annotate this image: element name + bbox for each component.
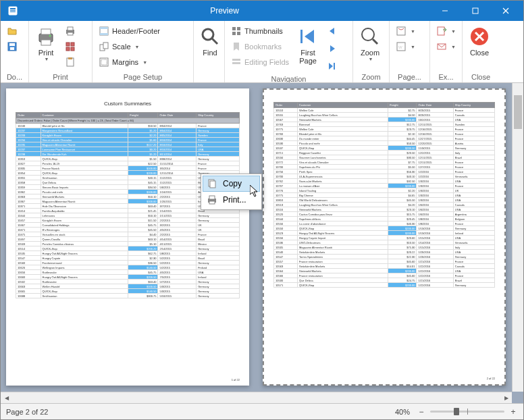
table-row: 10335France Nozick$100.003/5/2014France	[16, 166, 240, 171]
watermark-button[interactable]: W▼	[392, 39, 419, 54]
table-row: 10776Island Trading$2.201/3/2016UK	[274, 188, 495, 193]
horizontal-scrollbar[interactable]: ◀ ▶	[1, 392, 512, 403]
chevron-down-icon: ▼	[411, 29, 415, 34]
table-row: 10756Perth Spec$56.301/2/2016France	[274, 169, 495, 174]
scale-icon	[99, 41, 109, 52]
ribbon-group-zoom: Zoom ▼ Zoom	[353, 21, 390, 82]
zoom-in-button[interactable]: +	[508, 407, 518, 417]
ribbon: Do... Print ▼ Print Header/Footer Scale▼…	[1, 21, 523, 83]
zoom-button[interactable]: Zoom ▼	[356, 24, 384, 63]
scrollbar-thumb[interactable]	[514, 95, 522, 129]
svg-rect-35	[232, 32, 236, 35]
folder-open-icon	[7, 26, 18, 36]
print-button[interactable]: Print ▼	[32, 24, 60, 63]
table-row: 10467Consolidated Holdings$45.753/2/2015…	[16, 223, 240, 228]
context-copy[interactable]: Copy	[203, 176, 260, 192]
minimize-button[interactable]	[429, 1, 460, 21]
table-row: 10505Magazzini Alimentari Riuniti$75.301…	[274, 245, 495, 250]
svg-rect-28	[103, 43, 108, 49]
first-page-icon	[297, 26, 319, 47]
page-2[interactable]: OrderCustomerFreightOrder DateShip Count…	[263, 88, 506, 386]
close-window-button[interactable]	[490, 1, 521, 21]
scroll-right-arrow[interactable]: ▶	[500, 392, 512, 404]
app-icon	[6, 4, 20, 18]
table-row: 10707La maison d'Asie$200.001/3/2016Fran…	[274, 184, 495, 188]
table-row: 10626Wellington Imports$140.505/2/2015Fi…	[16, 265, 240, 270]
svg-rect-3	[10, 11, 16, 12]
paint-icon	[396, 26, 407, 36]
email-icon	[436, 41, 447, 52]
preview-viewport[interactable]: Custom Summaries OrderCustomerFreightOrd…	[6, 88, 511, 391]
table-row: 10503Pericles Comidas clásicas$5.104/11/…	[16, 242, 240, 246]
table-row: 10665QUICK-Stop$140.505/3/2015Germany	[16, 289, 240, 294]
print-options-button[interactable]	[61, 39, 79, 54]
vertical-scrollbar[interactable]	[512, 83, 523, 392]
zoom-handle[interactable]	[454, 408, 459, 415]
quick-print-button[interactable]	[61, 24, 79, 38]
table-row: 10563Seitzkörnlein Markets$14.011/22/201…	[274, 264, 495, 269]
window-controls	[429, 1, 521, 21]
find-button[interactable]: Find	[196, 24, 224, 59]
svg-rect-19	[71, 43, 74, 46]
bookmarks-button[interactable]: Bookmarks	[228, 39, 292, 54]
chevron-down-icon: ▼	[451, 29, 456, 34]
ribbon-group-find: Find	[194, 21, 225, 82]
svg-rect-38	[232, 62, 240, 64]
ribbon-group-label: Navigation	[228, 74, 350, 82]
svg-rect-1	[10, 8, 16, 9]
printer-small-icon	[65, 26, 76, 36]
table-row: 10544Suprêmes délices$20.451/8/2016Belgi…	[274, 217, 495, 221]
table-row: 10327Pericles 18-19$22.5011/11/2014Franc…	[16, 161, 240, 166]
page-1[interactable]: Custom Summaries OrderCustomerFreightOrd…	[6, 88, 249, 386]
save-button[interactable]	[3, 39, 21, 54]
zoom-slider: − +	[417, 407, 518, 417]
svg-rect-36	[237, 32, 240, 35]
svg-rect-55	[209, 201, 215, 204]
svg-line-42	[373, 39, 377, 44]
maximize-button[interactable]	[460, 1, 490, 21]
table-row: 10516Steinweld Markets$23.101/6/2016USA	[274, 207, 495, 212]
edit-fields-icon	[231, 57, 242, 68]
next-page-button[interactable]	[323, 41, 341, 56]
table-row: 10540Seitzkörnlein Markets$20.221/20/201…	[274, 250, 495, 255]
context-print[interactable]: Print...	[203, 192, 260, 208]
table-row: 10775Wellen Cole$23.7512/16/2015France	[274, 127, 495, 132]
save-icon	[7, 41, 18, 52]
export-button[interactable]: ▼	[433, 24, 459, 38]
table-row: 10535Hungry Owl All-Night Grocers$62.755…	[16, 251, 240, 256]
header-footer-icon	[99, 26, 109, 36]
page-color-button[interactable]: ▼	[392, 24, 419, 38]
table-row: 10567Steinweld Markets$200.0010/2/2015US…	[274, 117, 495, 122]
thumbnails-button[interactable]: Thumbnails	[228, 24, 292, 38]
arrow-right-icon	[327, 43, 338, 54]
prev-page-button[interactable]	[323, 24, 341, 38]
ribbon-group-label: Print	[32, 72, 89, 82]
margins-button[interactable]: Margins▼	[95, 55, 190, 70]
table-row: 10547Torms Specialitäten$22.301/20/2016G…	[274, 255, 495, 259]
zoom-out-button[interactable]: −	[417, 407, 426, 417]
svg-rect-17	[68, 32, 73, 35]
editing-fields-button[interactable]: Editing Fields	[228, 55, 292, 70]
open-button[interactable]	[3, 24, 21, 38]
table-row: 10711Reggiani Caseifici$20.5012/2/2015It…	[274, 151, 495, 155]
svg-rect-43	[397, 27, 405, 35]
table-row: 10310QUICK-Stop$1.508/08/2014Germany	[16, 157, 240, 161]
ribbon-group-page: ▼ W▼ Page...	[390, 21, 430, 82]
first-page-button[interactable]: First Page	[294, 24, 322, 67]
svg-rect-23	[68, 57, 72, 59]
svg-line-32	[212, 38, 217, 44]
header-footer-button[interactable]: Header/Footer	[95, 24, 190, 38]
ribbon-group-close: Close Close	[463, 21, 499, 82]
print-settings-button[interactable]	[61, 55, 79, 70]
zoom-track[interactable]	[430, 411, 504, 413]
svg-rect-46	[438, 27, 444, 35]
scale-button[interactable]: Scale▼	[95, 39, 190, 54]
table-row: 10760Blondel père et fils$2.1012/16/2015…	[274, 132, 495, 136]
last-page-button[interactable]	[323, 59, 341, 74]
close-preview-button[interactable]: Close	[465, 24, 494, 59]
preview-area: Custom Summaries OrderCustomerFreightOrd…	[1, 83, 523, 403]
table-row: 10700LILA-Supermercats$43.101/2/2016Vene…	[274, 174, 495, 179]
email-button[interactable]: ▼	[433, 39, 459, 54]
scroll-left-arrow[interactable]: ◀	[1, 392, 12, 404]
table-row: 10233Königlich Essen$2.208/05/2014Sweden	[16, 133, 240, 138]
